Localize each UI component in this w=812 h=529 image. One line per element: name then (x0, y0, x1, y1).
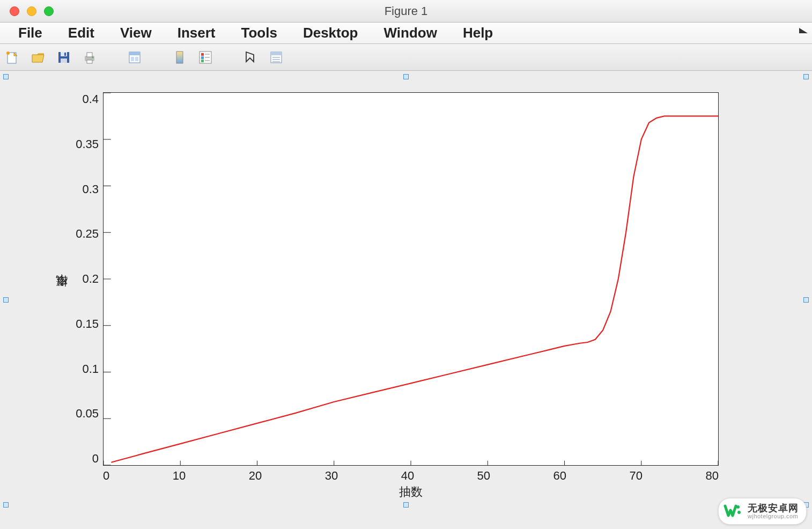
y-tick: 0 (92, 452, 99, 466)
x-tick: 40 (401, 469, 414, 483)
resize-handle-mr[interactable] (803, 297, 809, 303)
y-tick-labels: 0.40.350.30.250.20.150.10.050 (71, 92, 103, 466)
data-cursor-icon[interactable] (172, 49, 188, 65)
y-tick: 0.1 (82, 362, 99, 376)
dock-icon[interactable] (797, 27, 809, 39)
x-tick: 30 (325, 469, 338, 483)
svg-rect-8 (87, 53, 92, 57)
y-tick: 0.2 (82, 272, 99, 286)
watermark-domain: wjhotelgroup.com (748, 513, 799, 520)
save-icon[interactable] (56, 49, 72, 65)
color-legend-icon[interactable] (197, 49, 213, 65)
toolbar (0, 44, 812, 71)
svg-rect-13 (131, 57, 134, 61)
menu-desktop[interactable]: Desktop (290, 25, 371, 41)
resize-handle-tr[interactable] (803, 74, 809, 79)
menu-edit[interactable]: Edit (55, 25, 107, 41)
x-axis-label: 抽数 (103, 484, 719, 500)
y-tick: 0.3 (82, 182, 99, 196)
x-tick: 10 (173, 469, 186, 483)
y-tick: 0.35 (76, 137, 99, 151)
new-figure-icon[interactable] (4, 49, 20, 65)
watermark-badge: 无极安卓网 wjhotelgroup.com (718, 498, 807, 525)
svg-rect-15 (176, 52, 183, 63)
svg-rect-24 (271, 52, 282, 55)
resize-handle-tc[interactable] (403, 74, 409, 79)
menu-view[interactable]: View (107, 25, 165, 41)
resize-handle-tl[interactable] (3, 74, 9, 79)
svg-rect-6 (64, 53, 66, 56)
x-tick: 20 (249, 469, 262, 483)
open-file-icon[interactable] (30, 49, 46, 65)
x-tick: 70 (630, 469, 643, 483)
y-tick: 0.15 (76, 317, 99, 331)
y-tick: 0.4 (82, 92, 99, 106)
print-icon[interactable] (82, 49, 98, 65)
svg-rect-18 (201, 56, 204, 59)
x-tick: 60 (553, 469, 566, 483)
svg-rect-4 (61, 52, 67, 56)
menu-insert[interactable]: Insert (165, 25, 228, 41)
properties-icon[interactable] (268, 49, 284, 65)
resize-handle-ml[interactable] (3, 297, 9, 303)
svg-rect-5 (61, 58, 67, 63)
figure-canvas[interactable]: 概率 0.40.350.30.250.20.150.10.050 0102030… (0, 71, 812, 529)
svg-point-46 (736, 505, 740, 509)
y-tick: 0.25 (76, 227, 99, 241)
resize-handle-bc[interactable] (403, 502, 409, 508)
svg-point-2 (6, 52, 10, 55)
menu-help[interactable]: Help (450, 25, 506, 41)
svg-point-10 (92, 56, 94, 58)
svg-rect-12 (129, 52, 140, 55)
svg-rect-14 (135, 57, 138, 61)
axes-container: 概率 0.40.350.30.250.20.150.10.050 0102030… (54, 92, 719, 500)
titlebar: Figure 1 (0, 0, 812, 23)
menubar: File Edit View Insert Tools Desktop Wind… (0, 23, 812, 44)
window-title: Figure 1 (0, 4, 812, 18)
resize-handle-bl[interactable] (3, 502, 9, 508)
svg-point-47 (737, 511, 741, 514)
svg-rect-9 (87, 60, 92, 63)
watermark-title: 无极安卓网 (748, 503, 799, 513)
menu-file[interactable]: File (5, 25, 55, 41)
x-tick: 50 (477, 469, 490, 483)
x-tick: 0 (103, 469, 109, 483)
edit-plot-icon[interactable] (242, 49, 259, 65)
menu-window[interactable]: Window (371, 25, 449, 41)
plot-area[interactable] (103, 92, 719, 466)
svg-rect-19 (201, 60, 204, 62)
watermark-logo-icon (723, 502, 742, 521)
svg-rect-17 (201, 53, 204, 56)
x-tick: 80 (706, 469, 719, 483)
x-tick-labels: 01020304050607080 (103, 466, 719, 483)
print-preview-icon[interactable] (127, 49, 143, 65)
y-tick: 0.05 (76, 407, 99, 421)
menu-tools[interactable]: Tools (228, 25, 290, 41)
